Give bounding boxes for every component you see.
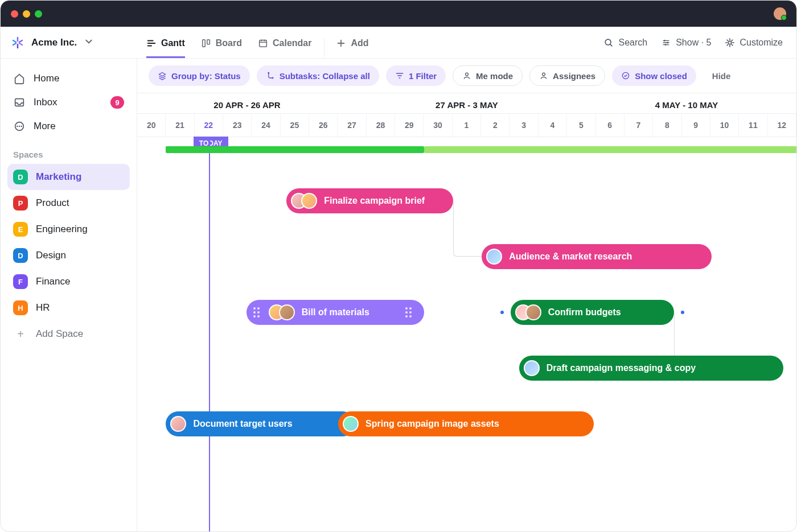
person-icon [462, 71, 471, 80]
inbox-badge: 9 [110, 96, 124, 109]
sidebar: Home Inbox 9 More Spaces DMarketingPProd… [1, 59, 137, 531]
task-t5[interactable]: Draft campaign messaging & copy [519, 356, 783, 381]
day-cell: 22 [195, 114, 223, 137]
tab-add-label: Add [351, 38, 368, 48]
timeline-progress-pending [424, 146, 796, 153]
window-titlebar [1, 1, 796, 27]
customize-button[interactable]: Customize [725, 38, 783, 48]
task-t6[interactable]: Document target users [166, 411, 355, 436]
sidebar-space-hr[interactable]: HHR [7, 295, 130, 321]
svg-point-6 [665, 44, 667, 46]
day-cell: 7 [625, 114, 653, 137]
tab-board[interactable]: Board [201, 38, 242, 58]
traffic-lights [11, 10, 42, 18]
tab-add-view[interactable]: Add [324, 38, 368, 58]
task-t1[interactable]: Finalize campaign brief [286, 188, 453, 213]
task-t2[interactable]: Audience & market research [482, 244, 711, 269]
tab-calendar[interactable]: Calendar [258, 38, 311, 58]
avatar [343, 416, 359, 432]
sidebar-space-engineering[interactable]: EEngineering [7, 216, 130, 242]
minimize-window-button[interactable] [23, 10, 30, 18]
milestone-dot[interactable] [499, 310, 505, 315]
drag-handle-icon[interactable] [405, 307, 412, 317]
drag-handle-icon[interactable] [253, 307, 260, 317]
day-cell: 4 [539, 114, 567, 137]
search-button[interactable]: Search [603, 38, 647, 48]
show-button[interactable]: Show · 5 [661, 38, 711, 48]
day-cell: 20 [137, 114, 166, 137]
show-closed-chip[interactable]: Show closed [612, 65, 696, 86]
avatar [486, 249, 502, 265]
day-cell: 24 [252, 114, 280, 137]
space-label: Design [36, 250, 66, 261]
sliders-icon [661, 38, 671, 48]
sidebar-inbox-label: Inbox [34, 97, 57, 108]
workspace-switcher[interactable]: Acme Inc. [1, 27, 137, 58]
space-label: Engineering [36, 224, 88, 235]
day-cell: 29 [395, 114, 424, 137]
dependency-line [453, 201, 485, 257]
sidebar-item-more[interactable]: More [7, 114, 130, 138]
assignees-label: Assignees [553, 71, 595, 81]
task-label: Document target users [193, 419, 292, 429]
sidebar-space-finance[interactable]: FFinance [7, 269, 130, 295]
task-t3[interactable]: Bill of materials [247, 300, 425, 325]
task-label: Draft campaign messaging & copy [547, 363, 696, 373]
svg-rect-2 [260, 40, 267, 47]
tab-board-label: Board [216, 38, 242, 48]
day-cell: 28 [367, 114, 395, 137]
gantt-canvas[interactable]: Finalize campaign briefAudience & market… [137, 137, 796, 531]
filter-label: 1 Filter [409, 71, 437, 81]
task-avatars [515, 304, 541, 320]
spaces-section-label: Spaces [7, 138, 130, 164]
assignees-chip[interactable]: Assignees [529, 65, 605, 86]
week-header-row: 20 APR - 26 APR27 APR - 3 MAY4 MAY - 10 … [137, 93, 796, 113]
add-space-button[interactable]: + Add Space [7, 321, 130, 347]
svg-point-4 [664, 39, 665, 41]
space-label: Product [36, 197, 69, 209]
subtasks-icon [266, 71, 275, 80]
day-cell: 1 [453, 114, 481, 137]
sidebar-item-inbox[interactable]: Inbox 9 [7, 90, 130, 114]
svg-point-9 [17, 126, 18, 127]
svg-point-15 [543, 73, 545, 76]
current-user-avatar[interactable] [774, 7, 786, 20]
svg-point-10 [19, 126, 20, 127]
day-cell: 9 [682, 114, 710, 137]
space-label: Finance [36, 276, 70, 287]
day-cell: 12 [768, 114, 796, 137]
timeline-progress-complete [166, 146, 424, 153]
task-avatars [343, 416, 359, 432]
gear-icon [725, 38, 735, 48]
space-chip-icon: F [13, 274, 28, 289]
svg-point-7 [729, 41, 732, 44]
sidebar-space-marketing[interactable]: DMarketing [7, 164, 130, 190]
close-window-button[interactable] [11, 10, 18, 18]
day-cell: 11 [739, 114, 767, 137]
sidebar-home-label: Home [34, 73, 59, 84]
sidebar-item-home[interactable]: Home [7, 67, 130, 90]
svg-point-3 [606, 39, 611, 45]
group-by-chip[interactable]: Group by: Status [149, 65, 250, 86]
day-cell: 8 [653, 114, 681, 137]
task-avatars [291, 193, 317, 209]
task-label: Audience & market research [509, 251, 632, 262]
top-right-controls: Search Show · 5 Customize [603, 27, 796, 58]
task-label: Bill of materials [302, 307, 369, 317]
me-mode-chip[interactable]: Me mode [453, 65, 523, 86]
tab-gantt[interactable]: Gantt [146, 38, 185, 58]
group-by-label: Group by: Status [171, 71, 241, 81]
sidebar-space-product[interactable]: PProduct [7, 190, 130, 216]
hide-button[interactable]: Hide [712, 71, 731, 81]
view-tabs: Gantt Board Calendar Add [137, 27, 603, 58]
subtasks-label: Subtasks: Collapse all [280, 71, 370, 81]
filter-chip[interactable]: 1 Filter [386, 65, 446, 86]
sidebar-space-design[interactable]: DDesign [7, 242, 130, 269]
maximize-window-button[interactable] [35, 10, 42, 18]
subtasks-chip[interactable]: Subtasks: Collapse all [257, 65, 379, 86]
milestone-dot[interactable] [680, 310, 685, 315]
task-t4[interactable]: Confirm budgets [511, 300, 674, 325]
task-t7[interactable]: Spring campaign image assets [338, 411, 594, 436]
sidebar-more-label: More [34, 121, 56, 132]
tab-gantt-label: Gantt [161, 38, 185, 48]
